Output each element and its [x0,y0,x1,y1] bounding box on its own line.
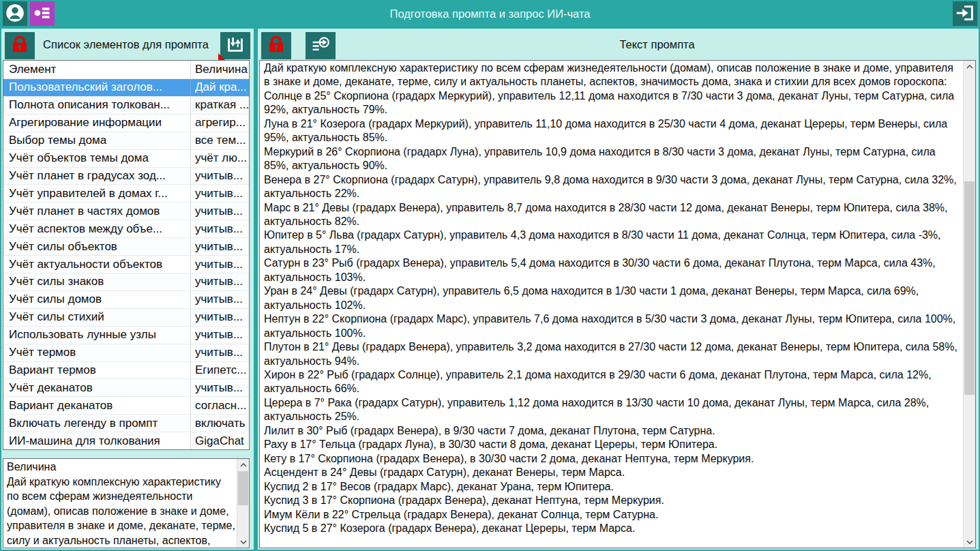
title-bar: Подготовка промпта и запрос ИИ-чата [0,0,980,27]
prompt-elements-table: Элемент Величина Пользовательский заголо… [3,60,250,450]
bullet-list-icon [31,1,54,27]
value-cell: учитыв... [191,220,249,237]
table-row[interactable]: Учёт силы знаков учитыв... [3,273,249,291]
value-cell: учитыв... [191,273,249,291]
exit-icon [953,1,977,27]
scroll-thumb[interactable] [964,181,975,395]
table-row[interactable]: Включать легенду в промпт включать [3,414,249,432]
value-cell: учитыв... [191,327,249,344]
element-cell: Включать легенду в промпт [3,415,191,432]
value-cell: учитыв... [191,238,249,255]
value-cell: учёт лю... [191,150,249,167]
value-cell: согласн... [191,397,249,414]
scroll-down-button[interactable] [964,536,975,548]
exit-button[interactable] [953,1,977,26]
element-cell: Учёт силы домов [3,291,191,308]
session-list-button[interactable] [30,1,55,26]
table-row[interactable]: Учёт объектов темы дома учёт лю... [3,149,249,167]
element-cell: Учёт управителей в домах г... [3,185,191,202]
element-cell: Агрегирование информации [3,115,191,132]
element-cell: Учёт деканатов [3,379,191,396]
value-cell: учитыв... [191,168,249,185]
chevron-up-icon [966,65,973,69]
table-row[interactable]: ИИ-машина для толкования GigaChat [3,432,249,449]
table-row[interactable]: Вариант термов Египетс... [3,361,249,379]
import-export-button[interactable] [220,32,250,59]
prompt-text-box[interactable]: Дай краткую комплексную характеристику п… [259,60,976,548]
table-body: Пользовательский заголов... Дай кра... П… [3,78,249,449]
column-header-element: Элемент [3,61,191,78]
table-row[interactable]: Учёт планет в частях домов учитыв... [3,202,249,220]
table-row[interactable]: Учёт силы объектов учитыв... [3,237,249,255]
detail-vertical-scrollbar[interactable] [237,459,249,548]
element-cell: Пользовательский заголов... [3,79,191,96]
table-header-row: Элемент Величина [3,61,249,78]
table-row[interactable]: Агрегирование информации агрегир... [3,114,249,132]
element-cell: Учёт термов [3,344,191,361]
value-cell: учитыв... [191,344,249,361]
scroll-down-button[interactable] [237,536,249,548]
lock-prompt-button[interactable] [261,32,291,59]
element-cell: Учёт планет в частях домов [3,203,191,220]
element-cell: Учёт силы стихий [3,309,191,326]
table-row[interactable]: Учёт деканатов учитыв... [3,378,249,396]
table-row[interactable]: Учёт актуальности объектов учитыв... [3,255,249,273]
prompt-text: Дай краткую комплексную характеристику п… [260,61,962,548]
element-cell: Полнота описания толкован... [3,97,191,114]
lock-elements-button[interactable] [5,32,35,59]
generate-prompt-icon [309,33,332,58]
chevron-down-icon [966,540,973,544]
element-cell: Вариант деканатов [3,397,191,414]
prompt-elements-panel: Список элементов для промпта Элемент Вел… [1,29,254,550]
element-cell: Учёт актуальности объектов [3,256,191,273]
element-cell: Вариант термов [3,362,191,379]
value-cell: учитыв... [191,309,249,326]
table-row[interactable]: Учёт управителей в домах г... учитыв... [3,184,249,202]
table-row[interactable]: Учёт аспектов между объе... учитыв... [3,220,249,237]
lock-icon [8,33,32,58]
table-row[interactable]: Выбор темы дома все тем... [3,132,249,149]
generate-prompt-button[interactable] [306,32,336,59]
value-cell: учитыв... [191,203,249,220]
window-title: Подготовка промпта и запрос ИИ-чата [0,0,980,27]
right-panel-header: Текст промпта [258,29,979,60]
table-row[interactable]: Учёт силы домов учитыв... [3,291,249,308]
scroll-thumb[interactable] [238,471,248,505]
element-cell: Учёт силы знаков [3,273,191,291]
lock-icon [264,33,288,58]
table-row[interactable]: Учёт термов учитыв... [3,344,249,361]
element-cell: Выбор темы дома [3,132,191,149]
table-row[interactable]: Вариант деканатов согласн... [3,396,249,414]
element-cell: Учёт объектов темы дома [3,150,191,167]
element-cell: ИИ-машина для толкования [3,432,191,449]
left-panel-title: Список элементов для промпта [35,38,217,51]
scroll-up-button[interactable] [237,459,249,471]
element-cell: Учёт аспектов между объе... [3,220,191,237]
value-cell: учитыв... [191,379,249,396]
value-cell: учитыв... [191,256,249,273]
value-detail-box[interactable]: Величина Дай краткую комплексную характе… [3,458,250,548]
value-cell: GigaChat [191,432,249,449]
table-row[interactable]: Пользовательский заголов... Дай кра... [3,78,249,96]
user-profile-button[interactable] [3,1,27,26]
table-row[interactable]: Использовать лунные узлы учитыв... [3,326,249,344]
value-cell: включать [191,415,249,432]
prompt-vertical-scrollbar[interactable] [963,61,975,548]
element-cell: Учёт планет в градусах зод... [3,168,191,185]
right-panel-title: Текст промпта [336,38,979,51]
element-cell: Учёт силы объектов [3,238,191,255]
table-row[interactable]: Учёт планет в градусах зод... учитыв... [3,167,249,185]
value-cell: все тем... [191,132,249,149]
value-cell: Египетс... [191,362,249,379]
scroll-up-button[interactable] [964,61,975,72]
import-export-icon [224,33,247,58]
table-row[interactable]: Полнота описания толкован... краткая ... [3,96,249,114]
value-cell: агрегир... [191,115,249,132]
column-header-value: Величина [191,61,249,78]
value-cell: Дай кра... [191,79,249,96]
chevron-up-icon [240,463,247,467]
table-row[interactable]: Учёт силы стихий учитыв... [3,308,249,326]
left-panel-header: Список элементов для промпта [1,29,254,60]
value-cell: учитыв... [191,185,249,202]
user-avatar-icon [3,1,27,27]
